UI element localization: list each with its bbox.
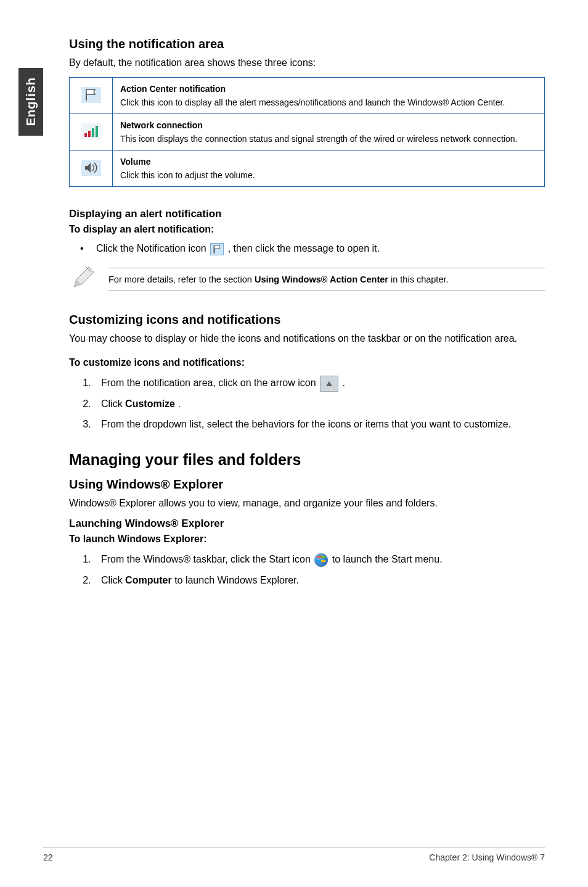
section-heading-customizing: Customizing icons and notifications	[69, 313, 545, 327]
subheading-customize-instruction: To customize icons and notifications:	[69, 357, 545, 368]
svg-rect-3	[88, 131, 91, 137]
step-text-pre: From the notification area, click on the…	[101, 377, 319, 388]
note-bold: Using Windows® Action Center	[255, 274, 388, 284]
action-center-flag-icon	[81, 87, 101, 103]
svg-rect-6	[81, 160, 101, 176]
main-content: Using the notification area By default, …	[69, 37, 545, 588]
list-item: Click Customize .	[94, 395, 545, 412]
row-desc: Click this icon to adjust the volume.	[120, 170, 537, 180]
step-text: From the dropdown list, select the behav…	[101, 419, 511, 429]
note-text: For more details, refer to the section U…	[108, 268, 545, 291]
windows-start-icon	[314, 553, 328, 567]
icon-cell	[70, 151, 113, 187]
customizing-intro: You may choose to display or hide the ic…	[69, 332, 545, 345]
notification-icons-table: Action Center notification Click this ic…	[69, 77, 545, 187]
icon-cell	[70, 114, 113, 151]
list-item: Click the Notification icon , then click…	[80, 241, 545, 256]
page-footer: 22 Chapter 2: Using Windows® 7	[43, 847, 545, 862]
network-connection-icon	[80, 123, 102, 141]
chapter-label: Chapter 2: Using Windows® 7	[429, 852, 545, 862]
table-row: Volume Click this icon to adjust the vol…	[70, 151, 545, 187]
page-root: English Using the notification area By d…	[0, 0, 588, 887]
up-arrow-icon	[320, 376, 338, 392]
svg-rect-4	[92, 128, 94, 137]
subheading-display-alert-instruction: To display an alert notification:	[69, 224, 545, 235]
language-tab-label: English	[24, 77, 38, 126]
svg-rect-1	[81, 123, 101, 139]
step-text-post: to launch Windows Explorer.	[174, 575, 299, 585]
list-item: From the notification area, click on the…	[94, 374, 545, 392]
row-title: Network connection	[120, 120, 537, 130]
icon-cell	[70, 78, 113, 114]
table-row: Network connection This icon displays th…	[70, 114, 545, 151]
step-text-post: .	[178, 398, 180, 409]
alert-bullet-list: Click the Notification icon , then click…	[69, 241, 545, 256]
bullet-text-pre: Click the Notification icon	[96, 243, 209, 254]
list-item: Click Computer to launch Windows Explore…	[94, 572, 545, 588]
subheading-display-alert: Displaying an alert notification	[69, 208, 545, 220]
heading-managing-files: Managing your files and folders	[69, 451, 545, 469]
svg-rect-5	[96, 126, 98, 137]
list-item: From the dropdown list, select the behav…	[94, 416, 545, 432]
row-title: Volume	[120, 157, 537, 167]
note-block: For more details, refer to the section U…	[69, 265, 545, 294]
step-text-pre: From the Windows® taskbar, click the Sta…	[101, 554, 313, 564]
note-pre: For more details, refer to the section	[108, 274, 255, 284]
step-text-post: .	[343, 377, 345, 388]
section-heading-notification-area: Using the notification area	[69, 37, 545, 51]
pencil-note-icon	[69, 265, 96, 294]
icon-desc-cell: Action Center notification Click this ic…	[113, 78, 545, 114]
bullet-text-post: , then click the message to open it.	[228, 243, 380, 254]
subheading-launch-instruction: To launch Windows Explorer:	[69, 534, 545, 545]
table-row: Action Center notification Click this ic…	[70, 78, 545, 114]
row-desc: Click this icon to display all the alert…	[120, 97, 537, 107]
notification-flag-icon	[210, 243, 224, 255]
using-explorer-intro: Windows® Explorer allows you to view, ma…	[69, 497, 545, 510]
section-heading-using-explorer: Using Windows® Explorer	[69, 477, 545, 492]
launch-steps: From the Windows® taskbar, click the Sta…	[69, 551, 545, 588]
icon-desc-cell: Network connection This icon displays th…	[113, 114, 545, 151]
svg-rect-2	[84, 133, 87, 137]
page-number: 22	[43, 852, 53, 862]
note-post: in this chapter.	[391, 274, 449, 284]
language-tab: English	[18, 68, 43, 136]
list-item: From the Windows® taskbar, click the Sta…	[94, 551, 545, 567]
step-bold: Customize	[125, 398, 175, 409]
row-title: Action Center notification	[120, 84, 537, 94]
step-text-pre: Click	[101, 398, 125, 409]
step-text-pre: Click	[101, 575, 125, 585]
volume-icon	[80, 160, 102, 177]
customize-steps: From the notification area, click on the…	[69, 374, 545, 432]
step-text-post: to launch the Start menu.	[332, 554, 443, 564]
icon-desc-cell: Volume Click this icon to adjust the vol…	[113, 151, 545, 187]
step-bold: Computer	[125, 575, 172, 585]
row-desc: This icon displays the connection status…	[120, 134, 537, 144]
subheading-launching-explorer: Launching Windows® Explorer	[69, 518, 545, 530]
notification-area-intro: By default, the notification area shows …	[69, 56, 545, 70]
